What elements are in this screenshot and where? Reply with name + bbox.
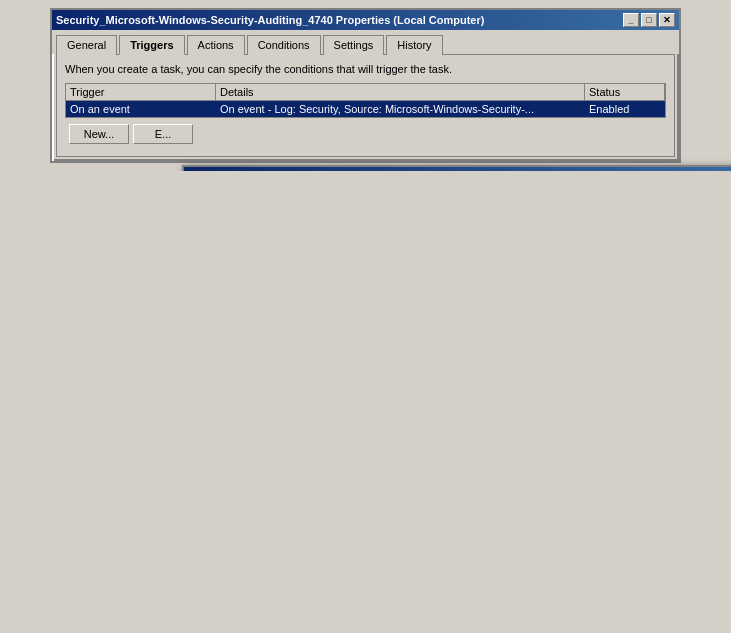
tab-general[interactable]: General <box>56 35 117 55</box>
title-bar-buttons: _ □ ✕ <box>623 13 675 27</box>
tab-settings[interactable]: Settings <box>323 35 385 55</box>
cell-details: On event - Log: Security, Source: Micros… <box>216 101 585 117</box>
maximize-button[interactable]: □ <box>641 13 657 27</box>
dialog-title-bar: Edit Trigger ✕ <box>184 167 731 171</box>
main-window: Security_Microsoft-Windows-Security-Audi… <box>50 8 681 163</box>
tab-conditions[interactable]: Conditions <box>247 35 321 55</box>
table-row[interactable]: On an event On event - Log: Security, So… <box>66 101 665 117</box>
triggers-table: Trigger Details Status On an event On ev… <box>65 83 666 118</box>
header-details: Details <box>216 84 585 100</box>
header-status: Status <box>585 84 665 100</box>
cell-status: Enabled <box>585 101 665 117</box>
bottom-buttons: New... E... <box>69 124 662 144</box>
tab-triggers[interactable]: Triggers <box>119 35 184 55</box>
tab-history[interactable]: History <box>386 35 442 55</box>
header-trigger: Trigger <box>66 84 216 100</box>
table-header: Trigger Details Status <box>66 84 665 101</box>
new-button[interactable]: New... <box>69 124 129 144</box>
window-title: Security_Microsoft-Windows-Security-Audi… <box>56 14 484 26</box>
minimize-button[interactable]: _ <box>623 13 639 27</box>
edit-button[interactable]: E... <box>133 124 193 144</box>
tab-actions[interactable]: Actions <box>187 35 245 55</box>
description-text: When you create a task, you can specify … <box>65 63 666 75</box>
edit-trigger-dialog: Edit Trigger ✕ Begin the task: On an eve… <box>182 165 731 171</box>
title-bar: Security_Microsoft-Windows-Security-Audi… <box>52 10 679 30</box>
close-button[interactable]: ✕ <box>659 13 675 27</box>
content-area: When you create a task, you can specify … <box>56 54 675 157</box>
tabs-bar: General Triggers Actions Conditions Sett… <box>52 30 679 54</box>
cell-trigger: On an event <box>66 101 216 117</box>
